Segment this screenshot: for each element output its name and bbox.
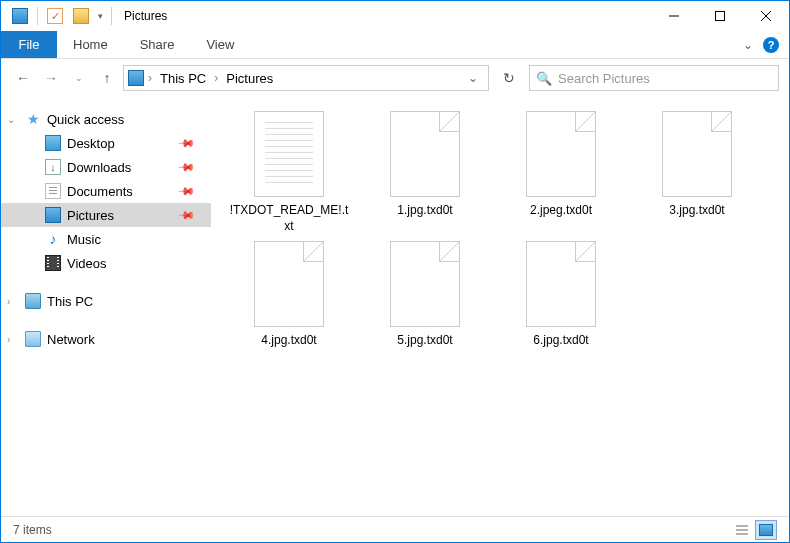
file-label: 2.jpeg.txd0t xyxy=(530,203,592,219)
file-icon xyxy=(254,241,324,327)
sidebar-quick-access[interactable]: ⌄ ★ Quick access xyxy=(1,107,211,131)
sidebar-item-label: Videos xyxy=(67,256,107,271)
location-icon xyxy=(128,70,144,86)
sidebar-item-label: Desktop xyxy=(67,136,115,151)
documents-icon xyxy=(45,183,61,199)
network-icon xyxy=(25,331,41,347)
sidebar-item-pictures[interactable]: Pictures 📌 xyxy=(1,203,211,227)
file-item[interactable]: 1.jpg.txd0t xyxy=(357,107,493,237)
file-label: 6.jpg.txd0t xyxy=(533,333,588,349)
qat-newfolder-icon[interactable] xyxy=(70,5,92,27)
file-icon xyxy=(526,241,596,327)
sidebar-this-pc[interactable]: › This PC xyxy=(1,289,211,313)
search-input[interactable]: 🔍 Search Pictures xyxy=(529,65,779,91)
file-label: 5.jpg.txd0t xyxy=(397,333,452,349)
qat-dropdown-icon[interactable]: ▾ xyxy=(96,11,105,21)
file-item[interactable]: 6.jpg.txd0t xyxy=(493,237,629,367)
pin-icon: 📌 xyxy=(176,157,195,176)
star-icon: ★ xyxy=(25,111,41,127)
titlebar: ✓ ▾ Pictures xyxy=(1,1,789,31)
file-icon xyxy=(390,111,460,197)
downloads-icon: ↓ xyxy=(45,159,61,175)
file-item[interactable]: 5.jpg.txd0t xyxy=(357,237,493,367)
music-icon: ♪ xyxy=(45,231,61,247)
breadcrumb-separator: › xyxy=(212,71,220,85)
sidebar-network-label: Network xyxy=(47,332,95,347)
sidebar-item-music[interactable]: ♪ Music xyxy=(1,227,211,251)
tab-home[interactable]: Home xyxy=(57,31,124,58)
address-dropdown-icon[interactable]: ⌄ xyxy=(462,71,484,85)
sidebar: ⌄ ★ Quick access Desktop 📌 ↓ Downloads 📌… xyxy=(1,97,211,516)
breadcrumb-separator: › xyxy=(146,71,154,85)
file-label: 4.jpg.txd0t xyxy=(261,333,316,349)
help-icon[interactable]: ? xyxy=(763,37,779,53)
statusbar: 7 items xyxy=(1,516,789,542)
breadcrumb-pictures[interactable]: Pictures xyxy=(222,71,277,86)
pin-icon: 📌 xyxy=(176,181,195,200)
status-item-count: 7 items xyxy=(13,523,52,537)
videos-icon xyxy=(45,255,61,271)
file-list[interactable]: !TXDOT_READ_ME!.txt1.jpg.txd0t2.jpeg.txd… xyxy=(211,97,789,516)
file-icon xyxy=(526,111,596,197)
close-button[interactable] xyxy=(743,1,789,31)
file-label: !TXDOT_READ_ME!.txt xyxy=(229,203,349,234)
tab-view[interactable]: View xyxy=(190,31,250,58)
view-details-button[interactable] xyxy=(731,520,753,540)
sidebar-this-pc-label: This PC xyxy=(47,294,93,309)
app-icon[interactable] xyxy=(9,5,31,27)
file-item[interactable]: 2.jpeg.txd0t xyxy=(493,107,629,237)
minimize-button[interactable] xyxy=(651,1,697,31)
quick-access-toolbar: ✓ ▾ xyxy=(9,5,114,27)
search-icon: 🔍 xyxy=(536,71,552,86)
file-icon xyxy=(390,241,460,327)
collapse-icon[interactable]: ⌄ xyxy=(7,114,15,125)
sidebar-item-videos[interactable]: Videos xyxy=(1,251,211,275)
sidebar-item-documents[interactable]: Documents 📌 xyxy=(1,179,211,203)
forward-button[interactable]: → xyxy=(39,66,63,90)
qat-properties-icon[interactable]: ✓ xyxy=(44,5,66,27)
file-label: 3.jpg.txd0t xyxy=(669,203,724,219)
maximize-button[interactable] xyxy=(697,1,743,31)
breadcrumb-thispc[interactable]: This PC xyxy=(156,71,210,86)
file-item[interactable]: !TXDOT_READ_ME!.txt xyxy=(221,107,357,237)
file-item[interactable]: 4.jpg.txd0t xyxy=(221,237,357,367)
pictures-icon xyxy=(45,207,61,223)
expand-icon[interactable]: › xyxy=(7,296,10,307)
file-icon xyxy=(662,111,732,197)
ribbon-expand-icon[interactable]: ⌄ xyxy=(743,38,753,52)
sidebar-item-label: Downloads xyxy=(67,160,131,175)
view-largeicons-button[interactable] xyxy=(755,520,777,540)
file-label: 1.jpg.txd0t xyxy=(397,203,452,219)
textfile-icon xyxy=(254,111,324,197)
pc-icon xyxy=(25,293,41,309)
search-placeholder: Search Pictures xyxy=(558,71,650,86)
back-button[interactable]: ← xyxy=(11,66,35,90)
pin-icon: 📌 xyxy=(176,133,195,152)
sidebar-item-downloads[interactable]: ↓ Downloads 📌 xyxy=(1,155,211,179)
navbar: ← → ⌄ ↑ › This PC › Pictures ⌄ ↻ 🔍 Searc… xyxy=(1,59,789,97)
refresh-button[interactable]: ↻ xyxy=(495,65,523,91)
sidebar-item-label: Music xyxy=(67,232,101,247)
file-tab[interactable]: File xyxy=(1,31,57,58)
pin-icon: 📌 xyxy=(176,205,195,224)
sidebar-quick-access-label: Quick access xyxy=(47,112,124,127)
desktop-icon xyxy=(45,135,61,151)
up-button[interactable]: ↑ xyxy=(95,66,119,90)
svg-rect-1 xyxy=(716,12,725,21)
window-title: Pictures xyxy=(124,9,167,23)
file-item[interactable]: 3.jpg.txd0t xyxy=(629,107,765,237)
sidebar-item-label: Documents xyxy=(67,184,133,199)
sidebar-item-label: Pictures xyxy=(67,208,114,223)
sidebar-network[interactable]: › Network xyxy=(1,327,211,351)
ribbon: File Home Share View ⌄ ? xyxy=(1,31,789,59)
sidebar-item-desktop[interactable]: Desktop 📌 xyxy=(1,131,211,155)
expand-icon[interactable]: › xyxy=(7,334,10,345)
tab-share[interactable]: Share xyxy=(124,31,191,58)
address-bar[interactable]: › This PC › Pictures ⌄ xyxy=(123,65,489,91)
recent-dropdown-icon[interactable]: ⌄ xyxy=(67,66,91,90)
